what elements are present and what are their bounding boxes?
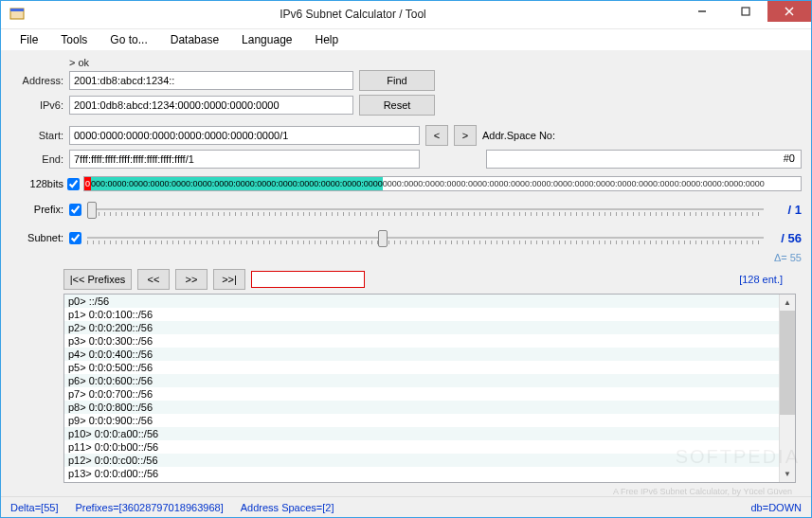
list-item[interactable]: p4> 0:0:0:400::/56: [64, 348, 779, 361]
list-item[interactable]: p11> 0:0:0:b00::/56: [64, 440, 779, 454]
label-subnet: Subnet:: [10, 232, 63, 243]
next-button[interactable]: >: [454, 125, 477, 146]
delta-value: Δ= 55: [10, 252, 802, 263]
bits-rest: 0000:0000:0000:0000:0000:0000:0000:0000:…: [383, 177, 765, 190]
list-item[interactable]: p5> 0:0:0:500::/56: [64, 361, 779, 374]
bits-teal: 000:0000:0000:0000:0000:0000:0000:0000:0…: [91, 177, 383, 190]
label-ipv6: IPv6:: [10, 99, 63, 111]
list-item[interactable]: p13> 0:0:0:d00::/56: [64, 467, 779, 480]
window-title: IPv6 Subnet Calculator / Tool: [26, 8, 680, 21]
status-addrspaces: Address Spaces=[2]: [241, 502, 334, 513]
list-items[interactable]: p0> ::/56p1> 0:0:0:100::/56p2> 0:0:0:200…: [64, 295, 779, 482]
menubar: File Tools Go to... Database Language He…: [1, 29, 811, 52]
prefix-value: / 1: [769, 203, 802, 217]
bits-checkbox[interactable]: [67, 178, 80, 190]
label-address: Address:: [10, 75, 63, 86]
content: > ok Address: Find IPv6: Reset Start: < …: [1, 51, 811, 496]
close-button[interactable]: [767, 1, 811, 22]
end-input[interactable]: [69, 150, 420, 169]
maximize-button[interactable]: [724, 1, 767, 22]
prefix-thumb[interactable]: [87, 202, 97, 219]
start-input[interactable]: [69, 126, 420, 145]
address-input[interactable]: [69, 71, 353, 90]
statusbar: Delta=[55] Prefixes=[36028797018963968] …: [1, 496, 811, 517]
status-prefixes: Prefixes=[36028797018963968]: [75, 502, 223, 513]
list-item[interactable]: p10> 0:0:0:a00::/56: [64, 427, 779, 440]
menu-goto[interactable]: Go to...: [100, 31, 156, 48]
subnet-thumb[interactable]: [378, 230, 388, 247]
first-prefixes-button[interactable]: |<< Prefixes: [63, 269, 132, 290]
titlebar: IPv6 Subnet Calculator / Tool: [1, 1, 811, 29]
label-prefix: Prefix:: [10, 204, 63, 215]
footer-note: A Free IPv6 Subnet Calculator, by Yücel …: [10, 487, 792, 496]
prefix-checkbox[interactable]: [69, 204, 81, 216]
prefix-list: p0> ::/56p1> 0:0:0:100::/56p2> 0:0:0:200…: [63, 294, 796, 483]
scroll-up-icon[interactable]: ▲: [780, 295, 795, 311]
menu-database[interactable]: Database: [161, 31, 228, 48]
ipv6-input[interactable]: [69, 96, 353, 115]
page-last-button[interactable]: >>|: [213, 269, 245, 290]
minimize-button[interactable]: [680, 1, 724, 22]
label-start: Start:: [10, 130, 63, 141]
status-db: db=DOWN: [751, 502, 803, 513]
list-item[interactable]: p0> ::/56: [64, 295, 779, 308]
list-item[interactable]: p2> 0:0:0:200::/56: [64, 321, 779, 334]
label-128bits: 128bits: [10, 178, 63, 189]
prev-button[interactable]: <: [425, 125, 448, 146]
scroll-down-icon[interactable]: ▼: [780, 466, 795, 482]
list-item[interactable]: p8> 0:0:0:800::/56: [64, 401, 779, 414]
page-fwd-button[interactable]: >>: [175, 269, 208, 290]
subnet-slider[interactable]: [87, 225, 764, 250]
reset-button[interactable]: Reset: [359, 95, 435, 116]
subnet-value: / 56: [769, 231, 802, 245]
subnet-checkbox[interactable]: [69, 232, 81, 244]
find-button[interactable]: Find: [359, 70, 435, 91]
entry-count: [128 ent.]: [739, 274, 783, 285]
list-item[interactable]: p3> 0:0:0:300::/56: [64, 334, 779, 348]
bits-display: 0000:0000:0000:0000:0000:0000:0000:0000:…: [83, 176, 802, 191]
scrollbar[interactable]: ▲ ▼: [779, 295, 795, 482]
list-item[interactable]: p12> 0:0:0:c00::/56: [64, 454, 779, 467]
prefix-slider[interactable]: [87, 197, 764, 222]
status-ok: > ok: [69, 57, 802, 68]
svg-rect-3: [742, 8, 749, 15]
label-end: End:: [10, 153, 63, 165]
scroll-handle[interactable]: [780, 311, 795, 415]
menu-help[interactable]: Help: [305, 31, 348, 48]
menu-file[interactable]: File: [10, 31, 47, 48]
status-delta: Delta=[55]: [10, 502, 58, 513]
app-icon: [9, 6, 26, 23]
svg-rect-1: [10, 9, 24, 11]
page-back-button[interactable]: <<: [137, 269, 170, 290]
list-item[interactable]: p1> 0:0:0:100::/56: [64, 308, 779, 321]
label-addrspace: Addr.Space No:: [482, 130, 555, 141]
addrspace-value: #0: [486, 150, 802, 169]
goto-input[interactable]: [251, 271, 365, 288]
menu-language[interactable]: Language: [232, 31, 301, 48]
window-controls: [680, 1, 811, 28]
list-item[interactable]: p9> 0:0:0:900::/56: [64, 414, 779, 427]
bits-red: 0: [84, 177, 91, 190]
list-item[interactable]: p7> 0:0:0:700::/56: [64, 387, 779, 401]
menu-tools[interactable]: Tools: [51, 31, 97, 48]
list-item[interactable]: p6> 0:0:0:600::/56: [64, 374, 779, 387]
